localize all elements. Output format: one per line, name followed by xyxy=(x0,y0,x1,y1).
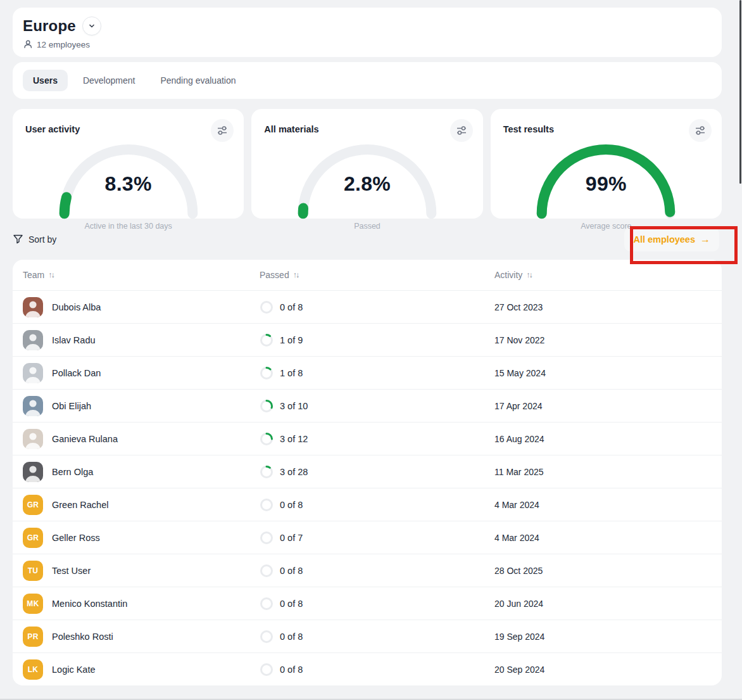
scrollbar-thumb[interactable] xyxy=(739,0,741,184)
stat-value: 8.3% xyxy=(54,172,203,196)
stat-card: All materials 2.8% Passed xyxy=(251,109,482,219)
sliders-icon xyxy=(216,124,229,137)
employee-name: Geller Ross xyxy=(52,533,100,543)
person-silhouette-icon xyxy=(23,462,43,482)
avatar-initials: PR xyxy=(27,632,38,641)
sort-by-label: Sort by xyxy=(28,234,56,245)
passed-cell: 1 of 8 xyxy=(260,366,494,380)
avatar xyxy=(23,462,43,482)
arrows-up-down-icon: ↑↓ xyxy=(526,270,532,279)
passed-label: 0 of 7 xyxy=(280,533,303,543)
table-row[interactable]: Dubois Alba 0 of 8 27 Oct 2023 xyxy=(13,290,722,323)
passed-label: 3 of 10 xyxy=(280,401,308,411)
stat-cards-row: User activity 8.3% Active in the last 30… xyxy=(13,109,722,219)
all-employees-link[interactable]: All employees → xyxy=(624,227,719,251)
tab-label: Users xyxy=(33,75,58,86)
table-row[interactable]: PR Poleshko Rosti 0 of 8 19 Sep 2024 xyxy=(13,620,722,652)
avatar: PR xyxy=(23,627,43,647)
gauge: 2.8% Passed xyxy=(292,139,442,231)
team-cell: GR Geller Ross xyxy=(23,528,260,548)
table-row[interactable]: Bern Olga 3 of 28 11 Mar 2025 xyxy=(13,455,722,488)
progress-ring-icon xyxy=(260,366,274,380)
progress-ring-icon xyxy=(260,465,274,479)
all-employees-label: All employees xyxy=(633,234,695,245)
avatar-initials: TU xyxy=(28,566,39,575)
team-cell: GR Green Rachel xyxy=(23,495,260,515)
passed-label: 3 of 12 xyxy=(280,434,308,444)
employees-count-row: 12 employees xyxy=(23,39,712,49)
progress-ring-icon xyxy=(260,300,274,314)
passed-cell: 3 of 10 xyxy=(260,399,494,413)
person-silhouette-icon xyxy=(23,396,43,416)
passed-cell: 0 of 8 xyxy=(260,663,494,677)
region-dropdown-button[interactable] xyxy=(82,16,101,35)
gauge: 8.3% Active in the last 30 days xyxy=(54,139,203,231)
table-row[interactable]: MK Menico Konstantin 0 of 8 20 Jun 2024 xyxy=(13,587,722,620)
activity-date: 16 Aug 2024 xyxy=(494,434,712,444)
employees-count: 12 employees xyxy=(37,40,90,49)
employee-name: Islav Radu xyxy=(52,335,96,345)
avatar xyxy=(23,396,43,416)
passed-cell: 1 of 9 xyxy=(260,333,494,347)
passed-cell: 0 of 7 xyxy=(260,531,494,545)
sliders-icon xyxy=(694,124,707,137)
table-row[interactable]: GR Green Rachel 0 of 8 4 Mar 2024 xyxy=(13,488,722,521)
activity-date: 17 Apr 2024 xyxy=(494,401,712,411)
person-silhouette-icon xyxy=(23,363,43,383)
activity-date: 4 Mar 2024 xyxy=(494,533,712,543)
stat-value: 99% xyxy=(531,172,681,196)
chevron-down-icon xyxy=(87,21,97,31)
employee-name: Obi Elijah xyxy=(52,401,91,411)
tab[interactable]: Development xyxy=(73,70,146,91)
avatar: MK xyxy=(23,594,43,614)
activity-date: 4 Mar 2024 xyxy=(494,500,712,510)
passed-label: 1 of 9 xyxy=(280,335,303,345)
passed-cell: 3 of 28 xyxy=(260,465,494,479)
progress-ring-icon xyxy=(260,399,274,413)
sort-by-control[interactable]: Sort by xyxy=(13,234,56,245)
table-row[interactable]: Obi Elijah 3 of 10 17 Apr 2024 xyxy=(13,389,722,422)
table-row[interactable]: LK Logic Kate 0 of 8 20 Sep 2024 xyxy=(13,652,722,685)
passed-label: 3 of 28 xyxy=(280,467,308,477)
progress-ring-icon xyxy=(260,564,274,578)
stat-card-title: User activity xyxy=(25,119,80,134)
passed-cell: 0 of 8 xyxy=(260,597,494,611)
stat-card-filter-button[interactable] xyxy=(689,119,712,142)
avatar: GR xyxy=(23,528,43,548)
activity-date: 19 Sep 2024 xyxy=(494,632,712,642)
table-row[interactable]: GR Geller Ross 0 of 7 4 Mar 2024 xyxy=(13,521,722,554)
progress-ring-icon xyxy=(260,663,274,677)
avatar-initials: LK xyxy=(28,665,39,674)
stat-card: User activity 8.3% Active in the last 30… xyxy=(13,109,244,219)
column-header-team[interactable]: Team ↑↓ xyxy=(23,270,260,280)
table-row[interactable]: Ganieva Rulana 3 of 12 16 Aug 2024 xyxy=(13,422,722,455)
person-icon xyxy=(23,39,33,49)
table-row[interactable]: Islav Radu 1 of 9 17 Nov 2022 xyxy=(13,323,722,356)
title-row: Europe xyxy=(23,16,712,35)
team-cell: TU Test User xyxy=(23,561,260,581)
avatar: LK xyxy=(23,659,43,680)
employee-name: Pollack Dan xyxy=(52,368,101,378)
header-card: Europe 12 employees xyxy=(13,8,722,57)
stat-card-filter-button[interactable] xyxy=(211,119,234,142)
employee-name: Green Rachel xyxy=(52,500,108,510)
tab[interactable]: Users xyxy=(23,70,68,91)
person-silhouette-icon xyxy=(23,330,43,350)
column-header-passed[interactable]: Passed ↑↓ xyxy=(260,270,494,280)
column-header-activity[interactable]: Activity ↑↓ xyxy=(494,270,712,280)
table-row[interactable]: Pollack Dan 1 of 8 15 May 2024 xyxy=(13,356,722,389)
stat-caption: Active in the last 30 days xyxy=(54,222,203,231)
employee-name: Test User xyxy=(52,566,91,576)
page-title: Europe xyxy=(23,17,76,35)
arrows-up-down-icon: ↑↓ xyxy=(293,270,299,279)
stat-card-filter-button[interactable] xyxy=(450,119,473,142)
tabs: UsersDevelopmentPending evaluation xyxy=(23,70,712,91)
team-cell: Dubois Alba xyxy=(23,297,260,317)
passed-label: 1 of 8 xyxy=(280,368,303,378)
team-cell: Ganieva Rulana xyxy=(23,429,260,449)
employee-name: Dubois Alba xyxy=(52,302,101,312)
column-label-passed: Passed xyxy=(260,270,289,280)
table-row[interactable]: TU Test User 0 of 8 28 Oct 2025 xyxy=(13,554,722,587)
stat-card: Test results 99% Average score xyxy=(491,109,722,219)
tab[interactable]: Pending evaluation xyxy=(150,70,246,91)
